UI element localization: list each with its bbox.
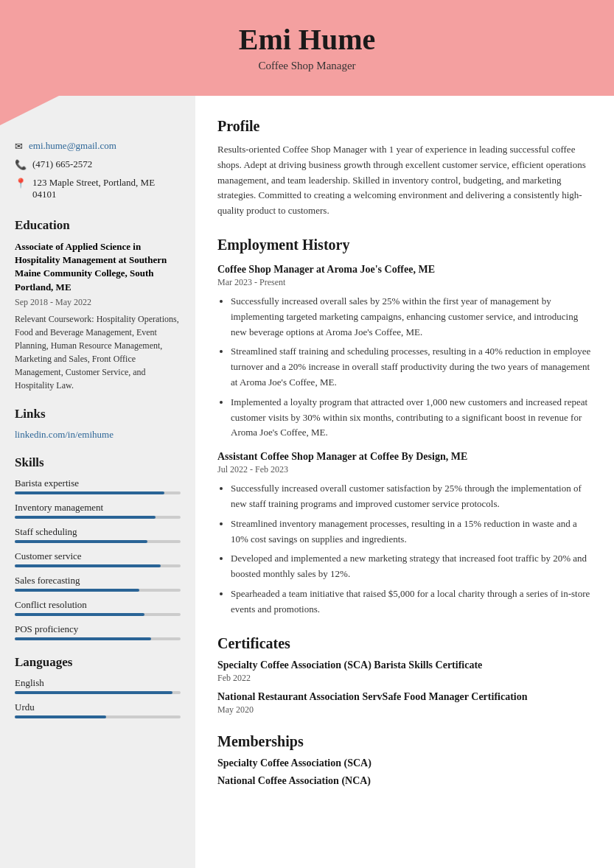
phone-item: 📞 (471) 665-2572: [15, 158, 181, 171]
education-dates: Sep 2018 - May 2022: [15, 297, 181, 308]
bullet-item: Developed and implemented a new marketin…: [231, 551, 592, 582]
email-item: ✉ emi.hume@gmail.com: [15, 140, 181, 153]
language-bar-bg: [15, 715, 181, 718]
languages-section: Languages English Urdu: [15, 655, 181, 718]
location-icon: 📍: [15, 178, 27, 189]
coursework-label: Relevant Coursework:: [15, 314, 94, 324]
employment-title: Employment History: [217, 237, 592, 253]
skill-bar-bg: [15, 564, 181, 567]
bullet-item: Successfully increased overall sales by …: [231, 294, 592, 340]
bullet-item: Implemented a loyalty program that attra…: [231, 395, 592, 441]
main-layout: ✉ emi.hume@gmail.com 📞 (471) 665-2572 📍 …: [0, 96, 614, 868]
email-icon: ✉: [15, 141, 23, 153]
skill-item: Inventory management: [15, 502, 181, 519]
languages-list: English Urdu: [15, 677, 181, 718]
phone-icon: 📞: [15, 159, 27, 171]
skill-item: Barista expertise: [15, 477, 181, 494]
skill-name: Barista expertise: [15, 477, 181, 489]
education-degree: Associate of Applied Science in Hospital…: [15, 240, 181, 294]
skill-bar-bg: [15, 589, 181, 592]
resume-header: Emi Hume Coffee Shop Manager: [0, 0, 614, 96]
cert-date: May 2020: [217, 704, 592, 715]
skill-bar-bg: [15, 491, 181, 494]
employment-list: Coffee Shop Manager at Aroma Joe's Coffe…: [217, 264, 592, 617]
memberships-section: Memberships Specialty Coffee Association…: [217, 733, 592, 787]
links-section: Links linkedin.com/in/emihume: [15, 407, 181, 441]
skill-name: Sales forecasting: [15, 575, 181, 587]
memberships-list: Specialty Coffee Association (SCA)Nation…: [217, 757, 592, 787]
membership-item: National Coffee Association (NCA): [217, 775, 592, 787]
job-bullets: Successfully increased overall customer …: [217, 481, 592, 617]
profile-text: Results-oriented Coffee Shop Manager wit…: [217, 142, 592, 219]
links-title: Links: [15, 407, 181, 421]
email-link[interactable]: emi.hume@gmail.com: [29, 140, 116, 152]
certificates-title: Certificates: [217, 635, 592, 652]
skill-bar-fill: [15, 564, 161, 567]
skill-item: Conflict resolution: [15, 599, 181, 616]
skill-bar-fill: [15, 516, 156, 519]
job-entry: Assistant Coffee Shop Manager at Coffee …: [217, 451, 592, 617]
cert-title: Specialty Coffee Association (SCA) Baris…: [217, 659, 592, 671]
linkedin-link[interactable]: linkedin.com/in/emihume: [15, 429, 114, 440]
cert-entry: National Restaurant Association ServSafe…: [217, 691, 592, 715]
job-title: Coffee Shop Manager at Aroma Joe's Coffe…: [217, 264, 592, 276]
language-bar-bg: [15, 691, 181, 694]
job-entry: Coffee Shop Manager at Aroma Joe's Coffe…: [217, 264, 592, 441]
membership-item: Specialty Coffee Association (SCA): [217, 757, 592, 769]
skill-bar-fill: [15, 540, 147, 543]
phone-text: (471) 665-2572: [32, 158, 92, 170]
cert-entry: Specialty Coffee Association (SCA) Baris…: [217, 659, 592, 684]
job-title: Assistant Coffee Shop Manager at Coffee …: [217, 451, 592, 463]
bullet-item: Streamlined inventory management process…: [231, 517, 592, 547]
skill-bar-bg: [15, 637, 181, 640]
certificates-section: Certificates Specialty Coffee Associatio…: [217, 635, 592, 715]
job-dates: Mar 2023 - Present: [217, 277, 592, 288]
language-name: English: [15, 677, 181, 689]
skill-bar-bg: [15, 516, 181, 519]
employment-section: Employment History Coffee Shop Manager a…: [217, 237, 592, 617]
job-dates: Jul 2022 - Feb 2023: [217, 464, 592, 475]
skill-item: POS proficiency: [15, 623, 181, 640]
address-text: 123 Maple Street, Portland, ME 04101: [32, 177, 181, 200]
address-item: 📍 123 Maple Street, Portland, ME 04101: [15, 177, 181, 200]
skill-name: Customer service: [15, 550, 181, 562]
sidebar: ✉ emi.hume@gmail.com 📞 (471) 665-2572 📍 …: [0, 96, 195, 868]
skill-bar-fill: [15, 613, 144, 616]
job-bullets: Successfully increased overall sales by …: [217, 294, 592, 441]
language-name: Urdu: [15, 701, 181, 713]
bullet-item: Spearheaded a team initiative that raise…: [231, 587, 592, 617]
skill-item: Customer service: [15, 550, 181, 567]
memberships-title: Memberships: [217, 733, 592, 750]
skill-bar-bg: [15, 613, 181, 616]
skills-list: Barista expertise Inventory management S…: [15, 477, 181, 640]
skill-item: Staff scheduling: [15, 526, 181, 543]
bullet-item: Streamlined staff training and schedulin…: [231, 344, 592, 390]
skill-bar-fill: [15, 637, 151, 640]
languages-title: Languages: [15, 655, 181, 670]
main-content: Profile Results-oriented Coffee Shop Man…: [195, 96, 614, 868]
skill-name: Staff scheduling: [15, 526, 181, 538]
education-title: Education: [15, 218, 181, 233]
bullet-item: Successfully increased overall customer …: [231, 481, 592, 512]
contact-section: ✉ emi.hume@gmail.com 📞 (471) 665-2572 📍 …: [15, 140, 181, 200]
skill-name: Conflict resolution: [15, 599, 181, 611]
certificates-list: Specialty Coffee Association (SCA) Baris…: [217, 659, 592, 715]
candidate-name: Emi Hume: [15, 22, 599, 57]
education-coursework: Relevant Coursework: Hospitality Operati…: [15, 312, 181, 392]
language-item: English: [15, 677, 181, 694]
skill-name: POS proficiency: [15, 623, 181, 635]
skill-bar-bg: [15, 540, 181, 543]
cert-date: Feb 2022: [217, 673, 592, 684]
language-bar-fill: [15, 691, 172, 694]
skills-section: Skills Barista expertise Inventory manag…: [15, 455, 181, 640]
skill-item: Sales forecasting: [15, 575, 181, 592]
language-bar-fill: [15, 715, 106, 718]
coursework-text: Hospitality Operations, Food and Beverag…: [15, 314, 179, 391]
language-item: Urdu: [15, 701, 181, 718]
cert-title: National Restaurant Association ServSafe…: [217, 691, 592, 703]
profile-title: Profile: [217, 118, 592, 135]
skills-title: Skills: [15, 455, 181, 470]
candidate-title: Coffee Shop Manager: [15, 60, 599, 72]
skill-name: Inventory management: [15, 502, 181, 514]
skill-bar-fill: [15, 589, 139, 592]
